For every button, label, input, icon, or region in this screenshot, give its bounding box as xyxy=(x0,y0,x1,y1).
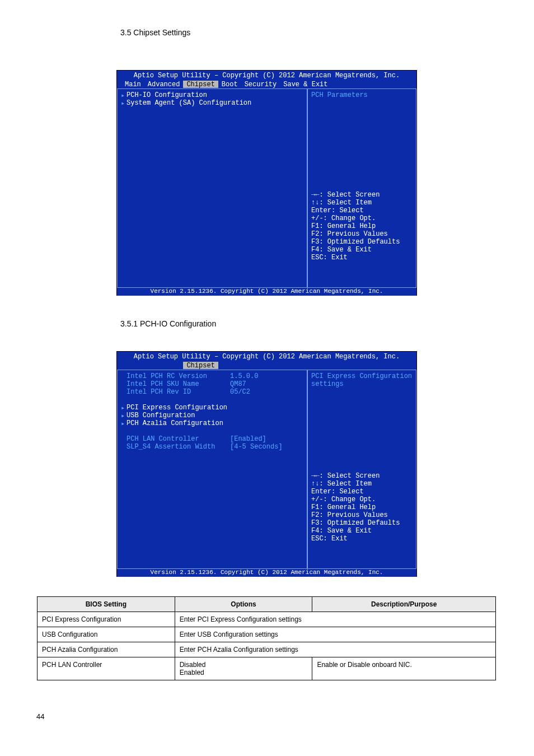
section-title-1: 3.5 Chipset Settings xyxy=(120,28,190,37)
help-key-line: ↑↓: Select Item xyxy=(311,199,413,207)
menu-item-label: PCI Express Configuration xyxy=(127,404,227,412)
menu-item-label: System Agent (SA) Configuration xyxy=(127,99,251,107)
menu-item-label: PCH Azalia Configuration xyxy=(127,419,223,427)
help-key-line: F1: General Help xyxy=(311,503,413,511)
help-key-line: F1: General Help xyxy=(311,222,413,230)
help-key-line: F3: Optimized Defaults xyxy=(311,519,413,527)
menu-item-label: USB Configuration xyxy=(127,412,195,419)
info-label: Intel PCH SKU Name xyxy=(121,380,230,388)
bios-footer: Version 2.15.1236. Copyright (C) 2012 Am… xyxy=(117,569,416,577)
bios-help-pane: PCH Parameters →←: Select Screen ↑↓: Sel… xyxy=(307,88,416,288)
help-key-line: F2: Previous Values xyxy=(311,230,413,238)
help-key-line: ESC: Exit xyxy=(311,535,413,543)
table-cell: PCH Azalia Configuration xyxy=(38,642,175,657)
table-cell: USB Configuration xyxy=(38,627,175,642)
table-cell: Enter PCI Express Configuration settings xyxy=(175,612,495,627)
table-header-cell: BIOS Setting xyxy=(38,597,175,612)
bios-left-pane: Intel PCH RC Version 1.5.0.0 Intel PCH S… xyxy=(117,370,307,569)
table-cell: PCH LAN Controller xyxy=(38,657,175,680)
menu-pch-io-config[interactable]: ▸ PCH-IO Configuration xyxy=(121,91,303,99)
table-header-cell: Description/Purpose xyxy=(312,597,496,612)
menu-usb-config[interactable]: ▸ USB Configuration xyxy=(121,412,303,419)
bios-left-pane: ▸ PCH-IO Configuration ▸ System Agent (S… xyxy=(117,88,307,288)
help-keys: →←: Select Screen ↑↓: Select Item Enter:… xyxy=(311,472,413,566)
tab-chipset[interactable]: Chipset xyxy=(183,362,218,369)
table-cell: Enable or Disable onboard NIC. xyxy=(312,657,496,680)
table-cell: Enter USB Configuration settings xyxy=(175,627,495,642)
info-value: 05/C2 xyxy=(230,388,250,396)
info-pch-rc-version: Intel PCH RC Version 1.5.0.0 xyxy=(121,372,303,380)
settings-table: BIOS Setting Options Description/Purpose… xyxy=(37,596,496,680)
menu-system-agent-config[interactable]: ▸ System Agent (SA) Configuration xyxy=(121,99,303,107)
help-key-line: +/-: Change Opt. xyxy=(311,496,413,503)
triangle-icon: ▸ xyxy=(121,412,127,420)
page-number: 44 xyxy=(36,712,44,721)
table-header-row: BIOS Setting Options Description/Purpose xyxy=(38,597,496,612)
setting-value: [Enabled] xyxy=(230,435,266,443)
triangle-icon: ▸ xyxy=(121,91,127,100)
bios-header-text: Aptio Setup Utility – Copyright (C) 2012… xyxy=(117,353,416,361)
tab-boot[interactable]: Boot xyxy=(218,81,241,88)
table-row: USB Configuration Enter USB Configuratio… xyxy=(38,627,496,642)
help-description: PCH Parameters xyxy=(311,91,413,99)
bios-screen-pch-io: Aptio Setup Utility – Copyright (C) 2012… xyxy=(116,351,417,577)
table-row: PCI Express Configuration Enter PCI Expr… xyxy=(38,612,496,627)
table-row: PCH LAN Controller Disabled Enabled Enab… xyxy=(38,657,496,680)
info-value: QM87 xyxy=(230,380,246,388)
bios-footer: Version 2.15.1236. Copyright (C) 2012 Am… xyxy=(117,288,416,296)
info-pch-rev-id: Intel PCH Rev ID 05/C2 xyxy=(121,388,303,396)
table-cell: Enter PCH Azalia Configuration settings xyxy=(175,642,495,657)
help-key-line: F4: Save & Exit xyxy=(311,527,413,535)
table-cell: Disabled Enabled xyxy=(175,657,312,680)
tab-security[interactable]: Security xyxy=(241,81,280,88)
help-keys: →←: Select Screen ↑↓: Select Item Enter:… xyxy=(311,191,413,285)
setting-label: SLP_S4 Assertion Width xyxy=(121,443,230,451)
info-label: Intel PCH RC Version xyxy=(121,372,230,380)
table-header-cell: Options xyxy=(175,597,312,612)
triangle-icon: ▸ xyxy=(121,99,127,108)
bios-tabbar[interactable]: Main Advanced Chipset Boot Security Save… xyxy=(117,81,416,88)
menu-item-label: PCH-IO Configuration xyxy=(127,91,207,99)
help-key-line: F2: Previous Values xyxy=(311,511,413,519)
setting-label: PCH LAN Controller xyxy=(121,435,230,443)
setting-value: [4-5 Seconds] xyxy=(230,443,283,451)
setting-slp-s4-assertion-width[interactable]: SLP_S4 Assertion Width [4-5 Seconds] xyxy=(121,443,303,451)
help-key-line: F4: Save & Exit xyxy=(311,246,413,254)
help-key-line: Enter: Select xyxy=(311,488,413,496)
help-key-line: Enter: Select xyxy=(311,207,413,214)
triangle-icon: ▸ xyxy=(121,419,127,428)
tab-chipset[interactable]: Chipset xyxy=(183,81,218,88)
info-pch-sku-name: Intel PCH SKU Name QM87 xyxy=(121,380,303,388)
info-label: Intel PCH Rev ID xyxy=(121,388,230,396)
tab-main[interactable]: Main xyxy=(121,81,144,88)
help-key-line: ESC: Exit xyxy=(311,254,413,262)
triangle-icon: ▸ xyxy=(121,404,127,412)
section-title-2: 3.5.1 PCH-IO Configuration xyxy=(120,319,216,328)
help-key-line: →←: Select Screen xyxy=(311,472,413,480)
menu-pci-express-config[interactable]: ▸ PCI Express Configuration xyxy=(121,404,303,412)
tab-advanced[interactable]: Advanced xyxy=(144,81,184,88)
table-row: PCH Azalia Configuration Enter PCH Azali… xyxy=(38,642,496,657)
table-cell: PCI Express Configuration xyxy=(38,612,175,627)
info-value: 1.5.0.0 xyxy=(230,372,258,380)
bios-header-text: Aptio Setup Utility – Copyright (C) 2012… xyxy=(117,72,416,80)
help-key-line: +/-: Change Opt. xyxy=(311,214,413,222)
bios-help-pane: PCI Express Configuration settings →←: S… xyxy=(307,370,416,569)
help-key-line: →←: Select Screen xyxy=(311,191,413,199)
help-key-line: ↑↓: Select Item xyxy=(311,480,413,488)
setting-pch-lan-controller[interactable]: PCH LAN Controller [Enabled] xyxy=(121,435,303,443)
help-key-line: F3: Optimized Defaults xyxy=(311,238,413,246)
menu-pch-azalia-config[interactable]: ▸ PCH Azalia Configuration xyxy=(121,419,303,427)
bios-screen-chipset: Aptio Setup Utility – Copyright (C) 2012… xyxy=(116,70,417,296)
help-description: PCI Express Configuration settings xyxy=(311,372,413,388)
tab-save-exit[interactable]: Save & Exit xyxy=(280,81,331,88)
bios-header: Aptio Setup Utility – Copyright (C) 2012… xyxy=(117,352,416,370)
bios-tabbar[interactable]: Main Advanced Chipset xyxy=(117,362,416,369)
bios-header: Aptio Setup Utility – Copyright (C) 2012… xyxy=(117,71,416,88)
